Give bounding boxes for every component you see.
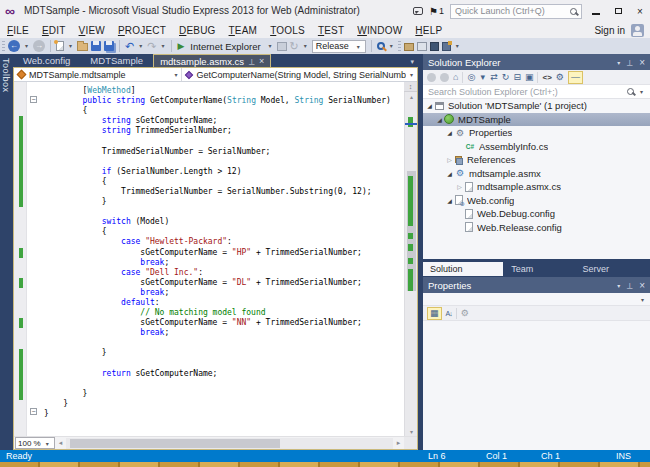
expanded-expander-icon[interactable]: ◢ (445, 129, 454, 136)
horizontal-scroll-thumb[interactable] (70, 439, 280, 448)
editor-tab-mdtsample[interactable]: MDTSample (80, 54, 153, 67)
menu-view[interactable]: VIEW (79, 25, 105, 36)
collapse-region-button[interactable]: − (30, 96, 37, 103)
expanded-expander-icon[interactable]: ◢ (445, 197, 454, 204)
code-editor[interactable]: [WebMethod] public string GetComputerNam… (14, 82, 417, 437)
scroll-up-icon[interactable]: ▴ (405, 93, 417, 100)
editor-tab-web-config[interactable]: Web.config (13, 54, 80, 67)
tree-item-references[interactable]: ▷References (423, 153, 650, 167)
scroll-left-icon[interactable]: ◂ (55, 439, 66, 447)
tree-item-web-debug-config[interactable]: Web.Debug.config (423, 207, 650, 221)
open-file-button[interactable] (77, 39, 88, 53)
view-code-icon[interactable]: <> (542, 71, 551, 84)
toolbox-tab[interactable]: Toolbox (0, 54, 13, 450)
scope-icon[interactable]: ◎ (467, 71, 475, 84)
minimize-button[interactable] (588, 3, 604, 19)
expanded-expander-icon[interactable]: ◢ (445, 170, 454, 177)
uncomment-button[interactable] (442, 39, 451, 53)
vertical-scrollbar[interactable]: ↕ ▴ ▾ (404, 82, 417, 437)
solution-explorer-search-input[interactable]: Search Solution Explorer (Ctrl+;) ▾ (423, 85, 650, 99)
menu-help[interactable]: HELP (415, 25, 442, 36)
attach-button[interactable] (277, 39, 287, 53)
panel-tab-team-explorer[interactable]: Team Explorer (504, 262, 574, 276)
notifications-button[interactable]: ⚑ 1 (429, 6, 444, 17)
undo-button[interactable]: ↶ (125, 39, 134, 53)
toolbar-grip[interactable] (2, 41, 5, 52)
zoom-dropdown[interactable]: 100 % ▾ (15, 437, 55, 449)
close-button[interactable]: × (632, 3, 648, 19)
user-avatar[interactable] (631, 24, 644, 37)
menu-test[interactable]: TEST (318, 25, 344, 36)
sync-icon[interactable]: ⇄ (490, 71, 498, 84)
properties-wrench-icon[interactable]: ⚙ (556, 71, 564, 84)
restore-button[interactable] (610, 3, 626, 19)
navigate-backward-dropdown[interactable]: ▾ (23, 39, 30, 53)
quick-launch-input[interactable]: Quick Launch (Ctrl+Q) (450, 4, 582, 19)
start-debug-button[interactable]: ▶ (177, 39, 184, 53)
scope-dropdown-icon[interactable]: ▾ (479, 71, 486, 84)
toolbar-overflow-1[interactable]: ▾ (388, 39, 395, 53)
tree-item-mdtsample-asmx-cs[interactable]: ▷mdtsample.asmx.cs (423, 180, 650, 194)
collapse-region-button[interactable]: − (30, 408, 37, 415)
navigate-backward-button[interactable]: ← (8, 40, 20, 52)
browser-target-label[interactable]: Internet Explorer (190, 41, 260, 52)
panel-close-icon[interactable]: × (639, 57, 645, 68)
panel-tab-server-explorer[interactable]: Server Explorer (575, 262, 650, 276)
split-view-button[interactable] (417, 39, 427, 53)
collapsed-expander-icon[interactable]: ▷ (455, 183, 464, 190)
properties-object-dropdown[interactable]: ▾ (423, 293, 650, 306)
menu-team[interactable]: TEAM (229, 25, 258, 36)
refresh-button[interactable]: ↻ (290, 39, 299, 53)
new-file-dropdown[interactable]: ▾ (67, 39, 74, 53)
menu-project[interactable]: PROJECT (118, 25, 166, 36)
properties-close-icon[interactable]: × (639, 280, 645, 291)
se-search-dropdown-icon[interactable]: ▾ (638, 88, 645, 95)
solution-explorer-header[interactable]: Solution Explorer ▾ ⊤ × (423, 54, 650, 70)
panel-tab-solution-explorer[interactable]: Solution Explorer (423, 262, 503, 276)
tree-item-properties[interactable]: ◢⚙Properties (423, 126, 650, 140)
se-forward-button[interactable] (440, 73, 449, 82)
collapsed-expander-icon[interactable]: ▷ (445, 156, 454, 163)
pin-icon[interactable]: ⊤ (626, 58, 633, 67)
se-refresh-icon[interactable]: ↻ (502, 71, 510, 84)
properties-position-dropdown-icon[interactable]: ▾ (617, 282, 620, 289)
window-position-dropdown-icon[interactable]: ▾ (617, 59, 620, 66)
windows-taskbar[interactable] (0, 462, 650, 467)
tree-item-mdtsample-asmx[interactable]: ◢⚙mdtsample.asmx (423, 167, 650, 181)
redo-button[interactable]: ↷ (147, 39, 156, 53)
splitter-handle[interactable]: ↕ (404, 82, 417, 92)
expanded-expander-icon[interactable]: ◢ (425, 102, 434, 109)
find-in-files-button[interactable] (377, 39, 385, 53)
horizontal-scrollbar[interactable] (66, 438, 393, 449)
toolbar-overflow-2[interactable]: ▾ (454, 39, 461, 53)
menu-edit[interactable]: EDIT (42, 25, 66, 36)
menu-window[interactable]: WINDOW (357, 25, 402, 36)
menu-debug[interactable]: DEBUG (179, 25, 216, 36)
show-all-files-icon[interactable]: ▣ (525, 71, 534, 84)
properties-header[interactable]: Properties ▾ ⊤ × (423, 277, 650, 293)
home-icon[interactable]: ⌂ (453, 71, 458, 84)
new-file-button[interactable] (56, 39, 64, 53)
preview-selected-items-toggle[interactable]: — (568, 71, 583, 84)
sign-in-link[interactable]: Sign in (594, 25, 625, 36)
tree-item-web-config[interactable]: ◢Web.config (423, 194, 650, 208)
alphabetical-sort-icon[interactable]: A↓ (446, 310, 452, 317)
tree-item-assemblyinfo-cs[interactable]: C#AssemblyInfo.cs (423, 140, 650, 154)
save-button[interactable] (91, 39, 101, 53)
feedback-icon[interactable] (413, 7, 423, 15)
tab-close-icon[interactable]: × (259, 56, 264, 66)
configuration-dropdown[interactable]: Release ▾ (312, 40, 366, 53)
tree-item-solution-mdtsample-1-project[interactable]: ◢Solution 'MDTSample' (1 project) (423, 99, 650, 113)
scroll-down-icon[interactable]: ▾ (405, 428, 417, 435)
editor-tab-mdtsample-asmx-cs[interactable]: mdtsample.asmx.cs⊤× (153, 54, 271, 67)
undo-dropdown[interactable]: ▾ (137, 39, 144, 53)
menu-tools[interactable]: TOOLS (270, 25, 305, 36)
navigate-files-button[interactable] (404, 39, 414, 53)
tab-pin-icon[interactable]: ⊤ (248, 57, 255, 66)
se-back-button[interactable] (427, 73, 436, 82)
navigate-forward-button[interactable]: → (33, 40, 45, 52)
browser-target-dropdown[interactable]: ▾ (267, 39, 274, 53)
type-dropdown[interactable]: MDTSample.mdtsample ▾ (14, 68, 182, 81)
member-dropdown[interactable]: GetComputerName(String Model, String Ser… (182, 68, 417, 81)
redo-dropdown[interactable]: ▾ (159, 39, 166, 53)
